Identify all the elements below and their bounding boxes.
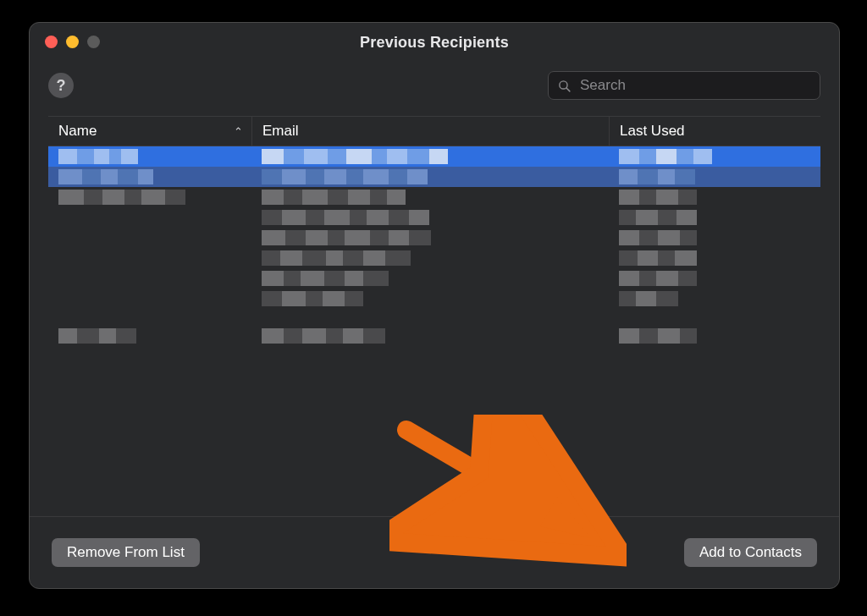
redacted-content <box>262 169 428 184</box>
cell-name <box>48 248 251 268</box>
cell-email <box>251 167 609 187</box>
redacted-content <box>262 250 411 266</box>
column-header-email-label: Email <box>262 123 299 140</box>
redacted-content <box>262 271 389 286</box>
cell-email <box>251 248 609 268</box>
redacted-content <box>262 328 385 344</box>
cell-email <box>251 187 609 207</box>
column-header-email[interactable]: Email <box>251 117 609 146</box>
table-row[interactable] <box>48 187 820 207</box>
cell-email <box>251 146 609 167</box>
redacted-content <box>262 149 448 164</box>
table-header: Name ⌃ Email Last Used <box>48 117 820 146</box>
redacted-content <box>619 210 697 225</box>
table-row[interactable] <box>48 228 820 248</box>
cell-last-used <box>609 268 820 289</box>
redacted-content <box>58 169 153 184</box>
cell-last-used <box>609 207 820 228</box>
redacted-content <box>619 328 697 344</box>
remove-from-list-button[interactable]: Remove From List <box>52 538 200 567</box>
traffic-lights <box>45 36 100 48</box>
redacted-content <box>58 149 138 164</box>
table-row[interactable] <box>48 309 820 326</box>
table-row[interactable] <box>48 248 820 268</box>
zoom-window-button[interactable] <box>87 36 100 48</box>
table-row[interactable] <box>48 268 820 289</box>
cell-last-used <box>609 146 820 167</box>
cell-last-used <box>609 326 820 346</box>
column-header-name-label: Name <box>58 123 97 140</box>
cell-name <box>48 326 251 346</box>
recipients-table: Name ⌃ Email Last Used <box>48 116 820 516</box>
cell-email <box>251 289 609 309</box>
table-row[interactable] <box>48 207 820 228</box>
cell-name <box>48 187 251 207</box>
window-title: Previous Recipients <box>30 34 839 52</box>
cell-email <box>251 326 609 346</box>
redacted-content <box>58 328 136 344</box>
redacted-content <box>619 250 697 266</box>
redacted-content <box>619 190 697 205</box>
previous-recipients-window: Previous Recipients ? Name ⌃ Email Last … <box>29 22 840 589</box>
cell-email <box>251 268 609 289</box>
search-input[interactable] <box>578 76 811 95</box>
svg-line-1 <box>566 87 570 91</box>
table-row[interactable] <box>48 326 820 346</box>
cell-email <box>251 228 609 248</box>
redacted-content <box>262 291 363 306</box>
search-field[interactable] <box>548 71 820 100</box>
cell-name <box>48 268 251 289</box>
sort-ascending-icon: ⌃ <box>234 125 243 138</box>
redacted-content <box>262 210 429 225</box>
cell-name <box>48 207 251 228</box>
close-window-button[interactable] <box>45 36 58 48</box>
cell-last-used <box>609 248 820 268</box>
redacted-content <box>58 190 185 205</box>
cell-name <box>48 289 251 309</box>
cell-name <box>48 228 251 248</box>
cell-last-used <box>609 289 820 309</box>
column-header-name[interactable]: Name ⌃ <box>48 117 251 146</box>
cell-name <box>48 167 251 187</box>
cell-email <box>251 207 609 228</box>
help-button[interactable]: ? <box>48 73 74 98</box>
redacted-content <box>262 230 431 245</box>
cell-last-used <box>609 228 820 248</box>
redacted-content <box>619 149 712 164</box>
table-body[interactable] <box>48 146 820 516</box>
column-header-last-used[interactable]: Last Used <box>609 117 820 146</box>
table-row[interactable] <box>48 146 820 167</box>
table-row[interactable] <box>48 167 820 187</box>
redacted-content <box>262 190 406 205</box>
redacted-content <box>619 169 695 184</box>
redacted-content <box>619 291 678 306</box>
minimize-window-button[interactable] <box>66 36 79 48</box>
table-row[interactable] <box>48 289 820 309</box>
add-to-contacts-button[interactable]: Add to Contacts <box>684 538 817 567</box>
column-header-last-used-label: Last Used <box>620 123 685 140</box>
window-titlebar: Previous Recipients <box>30 23 839 62</box>
cell-name <box>48 146 251 167</box>
cell-last-used <box>609 187 820 207</box>
redacted-content <box>619 230 697 245</box>
cell-last-used <box>609 167 820 187</box>
footer: Remove From List Add to Contacts <box>30 516 839 588</box>
redacted-content <box>619 271 697 286</box>
toolbar: ? <box>30 62 839 116</box>
search-icon <box>557 79 572 93</box>
